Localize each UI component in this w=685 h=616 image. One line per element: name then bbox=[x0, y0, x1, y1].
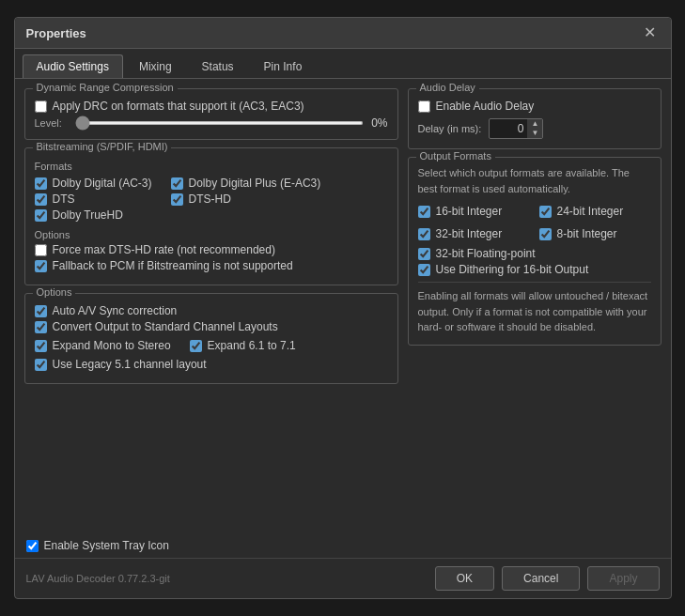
system-tray-row: Enable System Tray Icon bbox=[15, 535, 671, 558]
force-dts-label: Force max DTS-HD rate (not recommended) bbox=[53, 243, 275, 256]
format-dolby-plus-label: DTS bbox=[53, 192, 75, 206]
dialog-title: Properties bbox=[26, 26, 86, 40]
format-dolby-digital-label: Dolby Digital (AC-3) bbox=[53, 177, 152, 190]
legacy-51-row: Use Legacy 5.1 channel layout bbox=[35, 358, 388, 371]
delay-input[interactable] bbox=[490, 120, 527, 137]
legacy-51-label: Use Legacy 5.1 channel layout bbox=[53, 358, 207, 371]
tab-mixing[interactable]: Mixing bbox=[125, 54, 186, 78]
fmt-8bit-checkbox[interactable] bbox=[539, 228, 552, 240]
format-dolby-digital: Dolby Digital (AC-3) bbox=[35, 177, 152, 190]
drc-level-value: 0% bbox=[371, 116, 387, 130]
fmt-float-checkbox[interactable] bbox=[418, 248, 430, 260]
footer: LAV Audio Decoder 0.77.2.3-git OK Cancel… bbox=[15, 558, 671, 598]
left-column: Dynamic Range Compression Apply DRC on f… bbox=[24, 88, 398, 526]
delay-ms-label: Delay (in ms): bbox=[418, 123, 482, 134]
fmt-16bit-label: 16-bit Integer bbox=[436, 205, 503, 218]
tab-bar: Audio Settings Mixing Status Pin Info bbox=[15, 49, 671, 79]
footer-info: LAV Audio Decoder 0.77.2.3-git bbox=[26, 573, 170, 584]
enable-delay-row: Enable Audio Delay bbox=[418, 100, 651, 113]
tab-pin-info[interactable]: Pin Info bbox=[250, 54, 317, 78]
drc-apply-label: Apply DRC on formats that support it (AC… bbox=[53, 100, 304, 113]
fmt-32bit-checkbox[interactable] bbox=[418, 228, 430, 240]
formats-col1: Dolby Digital (AC-3) DTS Dolby TrueHD bbox=[35, 174, 152, 224]
legacy-51-checkbox[interactable] bbox=[35, 359, 47, 371]
audio-delay-group-label: Audio Delay bbox=[416, 82, 479, 93]
fmt-float-row: 32-bit Floating-point bbox=[418, 247, 651, 260]
format-dts-label: Dolby Digital Plus (E-AC3) bbox=[189, 177, 321, 190]
expand-61-checkbox[interactable] bbox=[190, 340, 202, 352]
av-sync-row: Auto A/V Sync correction bbox=[35, 304, 388, 317]
fallback-pcm-checkbox[interactable] bbox=[35, 260, 47, 272]
fmt-dither-label: Use Dithering for 16-bit Output bbox=[436, 263, 589, 276]
content-area: Dynamic Range Compression Apply DRC on f… bbox=[15, 79, 671, 535]
av-sync-label: Auto A/V Sync correction bbox=[53, 304, 178, 317]
format-dts-hd: DTS-HD bbox=[171, 192, 321, 206]
fmt-32bit-row: 32-bit Integer bbox=[418, 227, 530, 240]
apply-button[interactable]: Apply bbox=[587, 566, 659, 591]
bistream-options-label: Options bbox=[35, 229, 388, 240]
format-dolby-plus-checkbox[interactable] bbox=[35, 193, 47, 206]
output-formats-group: Output Formats Select which output forma… bbox=[408, 157, 662, 346]
convert-standard-row: Convert Output to Standard Channel Layou… bbox=[35, 320, 388, 333]
expand-mono-checkbox[interactable] bbox=[35, 340, 47, 352]
enable-delay-checkbox[interactable] bbox=[418, 100, 430, 113]
format-dts: Dolby Digital Plus (E-AC3) bbox=[171, 177, 321, 190]
expand-61-label: Expand 6.1 to 7.1 bbox=[208, 339, 296, 352]
fmt-24bit-row: 24-bit Integer bbox=[539, 205, 651, 218]
formats-col2: Dolby Digital Plus (E-AC3) DTS-HD bbox=[171, 174, 321, 224]
output-formats-grid: 16-bit Integer 24-bit Integer 32-bit Int… bbox=[418, 202, 651, 243]
expand-row: Expand Mono to Stereo Expand 6.1 to 7.1 bbox=[35, 336, 388, 355]
output-formats-group-label: Output Formats bbox=[416, 150, 495, 162]
delay-ms-row: Delay (in ms): ▲ ▼ bbox=[418, 118, 651, 139]
fmt-24bit-checkbox[interactable] bbox=[539, 206, 552, 218]
spin-down-button[interactable]: ▼ bbox=[527, 129, 542, 138]
tab-status[interactable]: Status bbox=[188, 54, 248, 78]
spin-up-button[interactable]: ▲ bbox=[527, 119, 542, 129]
system-tray-checkbox[interactable] bbox=[26, 540, 39, 552]
format-dolby-digital-checkbox[interactable] bbox=[35, 177, 47, 190]
drc-apply-row: Apply DRC on formats that support it (AC… bbox=[35, 100, 388, 113]
drc-apply-checkbox[interactable] bbox=[35, 100, 47, 113]
format-dolby-truehd-checkbox[interactable] bbox=[35, 209, 47, 222]
bitstreaming-group: Bitstreaming (S/PDIF, HDMI) Formats Dolb… bbox=[24, 147, 398, 285]
expand-mono-row: Expand Mono to Stereo bbox=[35, 339, 171, 352]
ok-button[interactable]: OK bbox=[435, 566, 494, 591]
output-formats-note: Enabling all formats will allow untouche… bbox=[418, 282, 651, 335]
spin-buttons: ▲ ▼ bbox=[527, 119, 542, 138]
format-dts-hd-label: DTS-HD bbox=[189, 192, 231, 206]
properties-dialog: Properties ✕ Audio Settings Mixing Statu… bbox=[14, 17, 672, 599]
expand-mono-label: Expand Mono to Stereo bbox=[53, 339, 171, 352]
formats-section-label: Formats bbox=[35, 161, 388, 172]
close-button[interactable]: ✕ bbox=[640, 25, 660, 40]
system-tray-label: Enable System Tray Icon bbox=[44, 539, 169, 552]
fmt-float-label: 32-bit Floating-point bbox=[436, 247, 536, 260]
drc-group: Dynamic Range Compression Apply DRC on f… bbox=[24, 88, 398, 140]
cancel-button[interactable]: Cancel bbox=[502, 566, 580, 591]
fmt-dither-row: Use Dithering for 16-bit Output bbox=[418, 263, 651, 276]
fmt-16bit-checkbox[interactable] bbox=[418, 206, 430, 218]
fmt-dither-checkbox[interactable] bbox=[418, 264, 430, 276]
av-sync-checkbox[interactable] bbox=[35, 305, 47, 317]
format-dts-checkbox[interactable] bbox=[171, 177, 183, 190]
bitstreaming-formats-grid: Dolby Digital (AC-3) DTS Dolby TrueHD bbox=[35, 174, 388, 224]
expand-61-row: Expand 6.1 to 7.1 bbox=[190, 339, 296, 352]
options-group: Options Auto A/V Sync correction Convert… bbox=[24, 293, 398, 384]
fmt-32bit-label: 32-bit Integer bbox=[436, 227, 503, 240]
audio-delay-group: Audio Delay Enable Audio Delay Delay (in… bbox=[408, 88, 662, 149]
fallback-pcm-label: Fallback to PCM if Bitstreaming is not s… bbox=[53, 259, 293, 272]
title-bar: Properties ✕ bbox=[15, 18, 671, 49]
drc-level-slider[interactable] bbox=[75, 121, 365, 125]
drc-group-label: Dynamic Range Compression bbox=[33, 82, 178, 93]
footer-buttons: OK Cancel Apply bbox=[435, 566, 660, 591]
fmt-8bit-label: 8-bit Integer bbox=[557, 227, 617, 240]
convert-standard-label: Convert Output to Standard Channel Layou… bbox=[53, 320, 278, 333]
drc-level-row: Level: 0% bbox=[35, 116, 388, 130]
output-formats-description: Select which output formats are availabl… bbox=[418, 165, 651, 196]
tab-audio-settings[interactable]: Audio Settings bbox=[23, 54, 123, 78]
format-dts-hd-checkbox[interactable] bbox=[171, 193, 183, 206]
right-column: Audio Delay Enable Audio Delay Delay (in… bbox=[408, 88, 662, 526]
enable-delay-label: Enable Audio Delay bbox=[436, 100, 535, 113]
force-dts-checkbox[interactable] bbox=[35, 244, 47, 256]
convert-standard-checkbox[interactable] bbox=[35, 321, 47, 333]
fmt-24bit-label: 24-bit Integer bbox=[557, 205, 624, 218]
